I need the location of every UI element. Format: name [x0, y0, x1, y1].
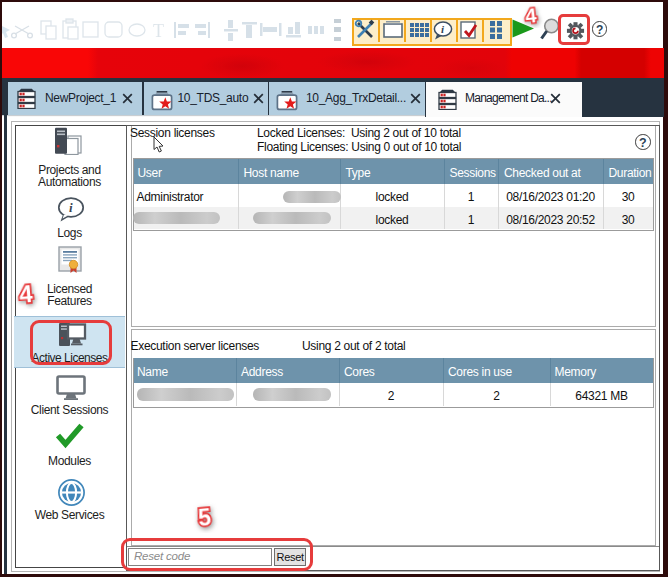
svg-text:5: 5	[197, 503, 212, 530]
svg-text:i: i	[69, 200, 73, 215]
svg-text:4: 4	[524, 4, 538, 27]
svg-text:T: T	[153, 21, 164, 41]
svg-text:4: 4	[18, 280, 34, 308]
